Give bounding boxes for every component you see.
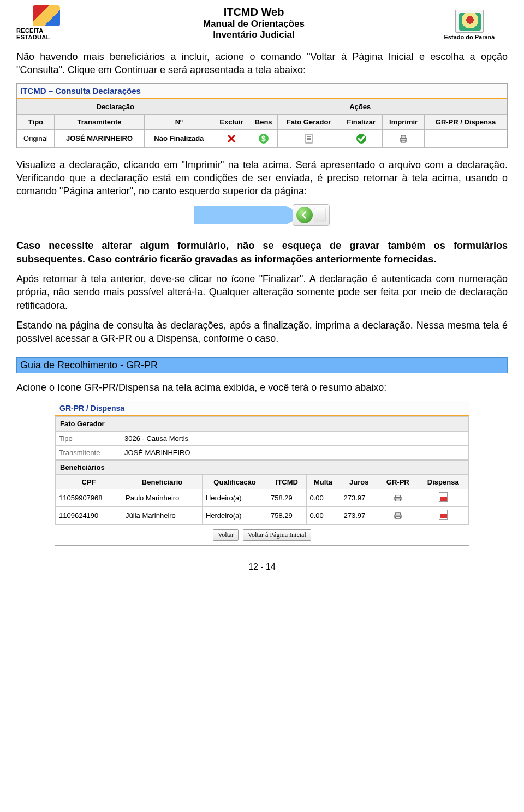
fato-tipo-label: Tipo <box>56 431 121 445</box>
bens-icon[interactable]: $ <box>249 129 277 147</box>
cell-juros: 273.97 <box>340 489 378 506</box>
page-footer: 12 - 14 <box>16 562 508 572</box>
header-right: Estado do Paraná <box>431 10 508 40</box>
page-header: RECEITA ESTADUAL ITCMD Web Manual de Ori… <box>16 5 508 40</box>
consulta-declaracoes-panel: ITCMD – Consulta Declarações Declaração … <box>16 83 508 148</box>
fato-trans-value: JOSÉ MARINHEIRO <box>121 445 469 459</box>
cell-multa: 0.00 <box>306 506 340 524</box>
cell-ben: Paulo Marinheiro <box>122 489 203 506</box>
table-row: Original JOSÉ MARINHEIRO Não Finalizada … <box>17 129 507 147</box>
paragraph-intro: Não havendo mais beneficiários a incluir… <box>16 50 508 77</box>
voltar-button[interactable]: Voltar <box>213 529 239 541</box>
section-heading-grpr: Guia de Recolhimento - GR-PR <box>16 357 508 373</box>
cell-tipo: Original <box>17 129 55 147</box>
grpr-cell-empty <box>425 129 507 147</box>
cell-ben: Júlia Marinheiro <box>122 506 203 524</box>
pointer-arrow-icon <box>194 206 303 224</box>
cell-itcmd: 758.29 <box>267 489 306 506</box>
parana-coat-icon <box>455 10 484 33</box>
print-grpr-icon[interactable] <box>378 489 418 506</box>
pdf-dispensa-icon[interactable] <box>418 489 469 506</box>
header-center: ITCMD Web Manual de Orientações Inventár… <box>76 6 431 40</box>
print-grpr-icon[interactable] <box>378 506 418 524</box>
paragraph-4: Após retornar à tela anterior, deve-se c… <box>16 272 508 312</box>
fato-tipo-value: 3026 - Causa Mortis <box>121 431 469 445</box>
cell-cpf: 1109624190 <box>56 506 122 524</box>
group-declaracao: Declaração <box>17 99 213 114</box>
panel1-title: ITCMD – Consulta Declarações <box>17 84 507 99</box>
col-transmitente: Transmitente <box>54 114 144 129</box>
col-n: Nº <box>145 114 213 129</box>
col-disp: Dispensa <box>418 475 469 489</box>
table-row: 11059907968 Paulo Marinheiro Herdeiro(a)… <box>56 489 469 506</box>
svg-rect-14 <box>395 513 400 515</box>
col-itcmd: ITCMD <box>267 475 306 489</box>
col-benef: Beneficiário <box>122 475 203 489</box>
col-cpf: CPF <box>56 475 122 489</box>
print-icon[interactable] <box>383 129 425 147</box>
panel2-button-row: Voltar Voltar à Página Inicial <box>55 524 469 545</box>
col-qual: Qualificação <box>202 475 267 489</box>
declaracoes-table: Declaração Ações Tipo Transmitente Nº Ex… <box>17 99 507 148</box>
col-multa: Multa <box>306 475 340 489</box>
cell-n: Não Finalizada <box>145 129 213 147</box>
delete-icon[interactable] <box>213 129 249 147</box>
col-finalizar: Finalizar <box>340 114 383 129</box>
col-imprimir: Imprimir <box>383 114 425 129</box>
col-grpr: GR-PR / Dispensa <box>425 114 507 129</box>
panel2-sub-benef: Beneficiários <box>55 460 469 475</box>
paragraph-2: Visualize a declaração, clicando em "Imp… <box>16 158 508 198</box>
parana-label: Estado do Paraná <box>444 34 495 40</box>
cell-qual: Herdeiro(a) <box>202 489 267 506</box>
finalizar-icon[interactable] <box>340 129 383 147</box>
svg-rect-11 <box>395 495 400 498</box>
doc-subtitle2: Inventário Judicial <box>76 29 431 40</box>
paragraph-5: Estando na página de consulta às declara… <box>16 319 508 345</box>
cell-multa: 0.00 <box>306 489 340 506</box>
forward-button-icon[interactable] <box>314 208 326 222</box>
col-excluir: Excluir <box>213 114 249 129</box>
col-bens: Bens <box>249 114 277 129</box>
svg-rect-15 <box>395 517 400 519</box>
svg-rect-8 <box>401 135 406 138</box>
panel2-title: GR-PR / Dispensa <box>55 401 469 416</box>
doc-subtitle1: Manual de Orientações <box>76 19 431 29</box>
cell-cpf: 11059907968 <box>56 489 122 506</box>
table-row: 1109624190 Júlia Marinheiro Herdeiro(a) … <box>56 506 469 524</box>
col-fato: Fato Gerador <box>277 114 340 129</box>
grpr-dispensa-panel: GR-PR / Dispensa Fato Gerador Tipo 3026 … <box>55 401 469 546</box>
col-tipo: Tipo <box>17 114 55 129</box>
group-acoes: Ações <box>213 99 507 114</box>
pdf-dispensa-icon[interactable] <box>418 506 469 524</box>
beneficiarios-table: CPF Beneficiário Qualificação ITCMD Mult… <box>55 475 469 524</box>
paragraph-6: Acione o ícone GR-PR/Dispensa na tela ac… <box>16 381 508 394</box>
col-grpr: GR-PR <box>378 475 418 489</box>
svg-rect-9 <box>401 140 406 142</box>
svg-rect-12 <box>395 499 400 501</box>
receita-logo-icon <box>33 5 60 26</box>
cell-juros: 273.97 <box>340 506 378 524</box>
voltar-inicial-button[interactable]: Voltar à Página Inicial <box>243 529 311 541</box>
nav-arrow-figure <box>16 204 508 226</box>
back-button-icon[interactable] <box>296 207 313 223</box>
fato-gerador-icon[interactable] <box>277 129 340 147</box>
fato-trans-label: Transmitente <box>56 445 121 459</box>
cell-trans: JOSÉ MARINHEIRO <box>54 129 144 147</box>
doc-title: ITCMD Web <box>76 6 431 19</box>
receita-label: RECEITA ESTADUAL <box>16 27 76 40</box>
paragraph-3: Caso necessite alterar algum formulário,… <box>16 239 508 266</box>
fato-gerador-table: Tipo 3026 - Causa Mortis Transmitente JO… <box>55 431 469 460</box>
svg-rect-2 <box>306 134 312 143</box>
browser-nav-box <box>293 204 330 226</box>
cell-itcmd: 758.29 <box>267 506 306 524</box>
col-juros: Juros <box>340 475 378 489</box>
panel2-sub-fato: Fato Gerador <box>55 416 469 431</box>
header-left: RECEITA ESTADUAL <box>16 5 76 40</box>
svg-text:$: $ <box>261 134 266 143</box>
cell-qual: Herdeiro(a) <box>202 506 267 524</box>
